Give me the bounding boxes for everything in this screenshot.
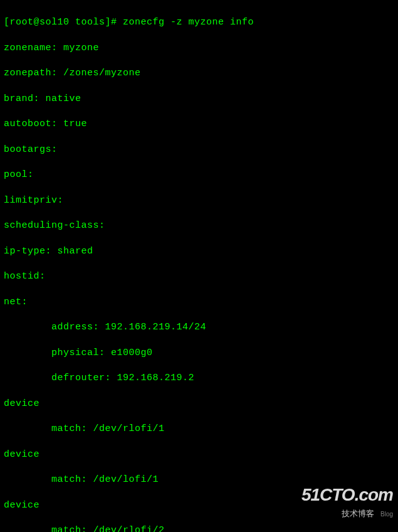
output-net-header: net: [4,296,394,309]
output-net-address: address: 192.168.219.14/24 [4,321,394,334]
output-bootargs: bootargs: [4,144,394,156]
output-device3-h: device [4,499,394,512]
output-pool: pool: [4,169,394,181]
output-limitpriv: limitpriv: [4,194,394,207]
output-net-defrouter: defrouter: 192.168.219.2 [4,372,394,385]
shell-prompt: [root@sol10 tools]# [4,17,123,28]
output-scheduling-class: scheduling-class: [4,220,394,232]
output-hostid: hostid: [4,270,394,283]
output-device3-m: match: /dev/rlofi/2 [4,524,394,532]
output-device1-h: device [4,398,394,410]
output-device2-h: device [4,449,394,461]
terminal-output[interactable]: [root@sol10 tools]# zonecfg -z myzone in… [4,4,394,532]
output-device1-m: match: /dev/rlofi/1 [4,423,394,435]
output-ip-type: ip-type: shared [4,245,394,258]
output-zonepath: zonepath: /zones/myzone [4,67,394,80]
output-brand: brand: native [4,93,394,105]
command-text: zonecfg -z myzone info [123,17,254,28]
output-net-physical: physical: e1000g0 [4,347,394,359]
output-device2-m: match: /dev/lofi/1 [4,474,394,486]
output-zonename: zonename: myzone [4,42,394,55]
output-autoboot: autoboot: true [4,118,394,130]
